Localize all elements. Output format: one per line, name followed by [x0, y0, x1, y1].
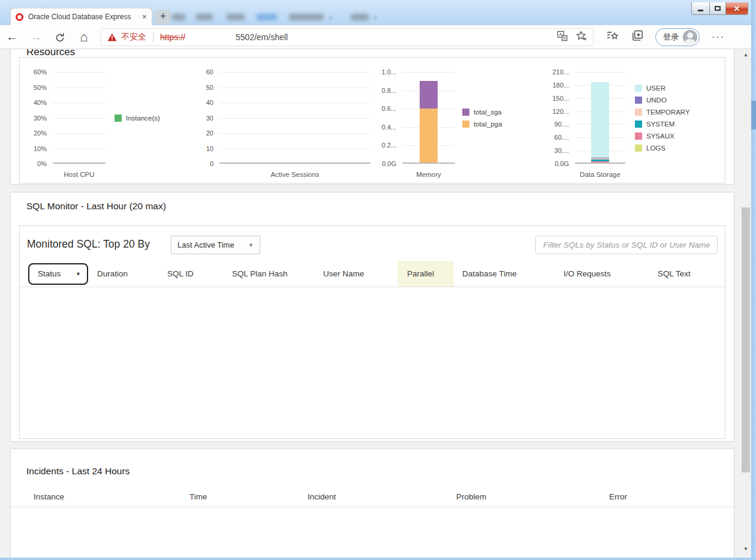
blurred-bookmark[interactable]	[196, 14, 213, 20]
avatar	[683, 30, 697, 44]
scroll-down-icon[interactable]: ▼	[740, 544, 751, 554]
tab-title: Oracle Cloud Database Express	[28, 13, 138, 21]
y-tick-label: 0.0G	[555, 160, 569, 167]
gridline	[53, 133, 106, 134]
x-axis-line	[575, 162, 625, 164]
legend-label: UNDO	[646, 97, 667, 104]
gridline	[219, 72, 371, 73]
incidents-table-header: Instance Time Incident Problem Error	[11, 486, 734, 507]
y-tick-label: 0.2...	[382, 141, 396, 149]
legend-label: TEMPORARY	[646, 109, 690, 116]
blurred-bookmark[interactable]	[257, 14, 277, 20]
url-path: 5502/em/shell	[236, 32, 288, 42]
address-bar[interactable]: 不安全 https:// 5502/em/shell A	[101, 28, 594, 46]
resources-section: Resources 60%50%40%30%20%10%0% Host CPU …	[10, 49, 734, 185]
collections-button[interactable]	[632, 30, 643, 44]
blurred-bookmark[interactable]	[227, 14, 245, 20]
maximize-button[interactable]	[709, 2, 726, 15]
column-header-user-name[interactable]: User Name	[323, 261, 397, 287]
column-header-parallel[interactable]: Parallel	[397, 261, 454, 287]
sort-by-value: Last Active Time	[177, 240, 234, 249]
y-tick-label: 1.0...	[382, 68, 396, 76]
x-axis-line	[402, 162, 455, 164]
sign-in-label: 登录	[663, 32, 679, 43]
legend-swatch	[462, 121, 469, 128]
gridline	[53, 149, 106, 149]
legend-label: Instance(s)	[126, 115, 160, 122]
gridline	[53, 103, 106, 103]
column-header-duration[interactable]: Duration	[97, 261, 167, 287]
y-tick-label: 120...	[552, 108, 569, 115]
data-storage-chart: 210...180...150...120...90....60....30..…	[549, 72, 690, 178]
settings-menu-button[interactable]: ···	[712, 32, 725, 43]
blurred-bookmark[interactable]	[172, 14, 185, 20]
legend-swatch	[635, 109, 642, 116]
add-favorite-button[interactable]	[576, 31, 587, 44]
column-header-database-time[interactable]: Database Time	[454, 261, 564, 287]
legend-swatch	[635, 97, 642, 104]
chart-x-label: Host CPU	[53, 171, 106, 178]
legend-item: SYSTEM	[635, 121, 690, 128]
blurred-bookmark[interactable]	[289, 14, 324, 20]
browser-tab[interactable]: Oracle Cloud Database Express ×	[10, 8, 152, 25]
url-scheme: https://	[160, 32, 185, 42]
blurred-bookmark[interactable]	[351, 14, 369, 20]
legend-swatch	[635, 85, 642, 92]
y-tick-label: 150...	[552, 95, 569, 102]
translate-button[interactable]: A	[557, 31, 568, 44]
title-bar: Oracle Cloud Database Express × + ▼ ▼ ✕	[0, 0, 756, 25]
minimize-button[interactable]	[691, 2, 709, 15]
y-tick-label: 0.0G	[382, 160, 396, 167]
legend-label: total_pga	[474, 121, 502, 128]
y-tick-label: 30	[206, 115, 213, 122]
scroll-up-icon[interactable]: ▲	[740, 50, 751, 60]
sort-by-select[interactable]: Last Active Time ▼	[171, 236, 260, 254]
chart-x-label: Data Storage	[575, 171, 625, 178]
vertical-scrollbar[interactable]: ▲ ▼	[740, 49, 751, 558]
status-filter-button[interactable]: Status ▼	[28, 263, 88, 285]
translate-icon: A	[557, 31, 568, 41]
refresh-button[interactable]	[48, 30, 72, 44]
tab-close-icon[interactable]: ×	[142, 12, 147, 22]
sql-table-header: Status ▼ Duration SQL ID SQL Plan Hash U…	[20, 261, 725, 287]
legend-item: UNDO	[635, 97, 690, 104]
new-tab-button[interactable]: +	[155, 10, 171, 24]
home-button[interactable]: ⌂	[72, 29, 96, 45]
column-header-io-requests[interactable]: I/O Requests	[564, 261, 658, 287]
refresh-icon	[55, 32, 65, 43]
y-tick-label: 0.4...	[382, 124, 396, 131]
legend-swatch	[635, 121, 642, 128]
sql-filter-input[interactable]	[535, 236, 718, 254]
favorites-bar-button[interactable]	[607, 31, 619, 44]
y-tick-label: 10	[206, 145, 213, 152]
oracle-favicon-icon	[16, 13, 23, 21]
column-header-sql-text[interactable]: SQL Text	[658, 261, 725, 287]
sql-monitor-section: SQL Monitor - Last Hour (20 max) Monitor…	[10, 192, 734, 442]
favorites-list-icon	[607, 31, 619, 41]
incidents-section: Incidents - Last 24 Hours Instance Time …	[10, 448, 734, 558]
column-header-time: Time	[189, 492, 308, 501]
monitored-sql-panel: Monitored SQL: Top 20 By Last Active Tim…	[19, 225, 725, 439]
minimize-icon	[698, 10, 703, 11]
back-button[interactable]: ←	[0, 30, 24, 44]
column-header-problem: Problem	[456, 492, 609, 501]
scrollbar-thumb[interactable]	[742, 207, 750, 472]
gridline	[53, 72, 106, 73]
bar-segment-USER	[591, 82, 609, 158]
sign-in-button[interactable]: 登录	[655, 28, 700, 46]
y-tick-label: 0	[210, 160, 213, 167]
monitored-sql-subtitle: Monitored SQL: Top 20 By	[27, 238, 150, 251]
browser-toolbar: ← → ⌂ 不安全 https:// 5502/em/shell	[0, 25, 751, 49]
column-header-sql-id[interactable]: SQL ID	[167, 261, 232, 287]
legend-item: USER	[635, 85, 690, 92]
legend-item: TEMPORARY	[635, 109, 690, 116]
y-tick-label: 30%	[34, 115, 47, 122]
chart-x-label: Memory	[402, 171, 455, 178]
close-button[interactable]: ✕	[726, 2, 748, 15]
legend-swatch	[635, 144, 642, 152]
legend-item: total_sga	[462, 109, 502, 116]
memory-chart: 1.0...0.8...0.6...0.4...0.2...0.0G Memor…	[379, 72, 502, 178]
forward-button[interactable]: →	[24, 30, 48, 44]
column-header-sql-plan-hash[interactable]: SQL Plan Hash	[232, 261, 323, 287]
close-icon: ✕	[734, 4, 740, 13]
